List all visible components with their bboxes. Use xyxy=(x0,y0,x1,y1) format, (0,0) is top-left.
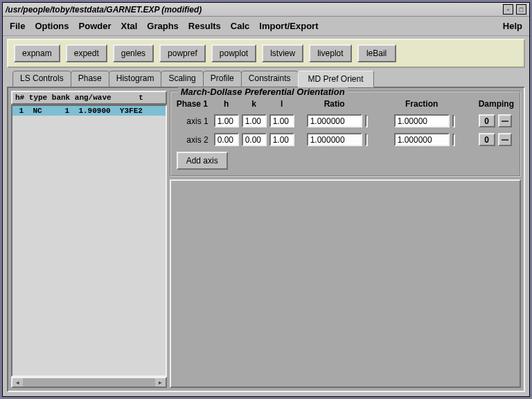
powpref-button[interactable]: powpref xyxy=(159,44,206,62)
axis1-h-input[interactable] xyxy=(214,114,239,127)
groupbox-title: March-Dollase Preferential Orientation xyxy=(178,87,348,97)
hdr-k: k xyxy=(242,99,267,109)
axis2-ratio-checkbox[interactable] xyxy=(365,134,368,146)
axis1-k-input[interactable] xyxy=(242,114,267,127)
tab-phase[interactable]: Phase xyxy=(71,71,109,87)
tab-profile[interactable]: Profile xyxy=(203,71,242,87)
tab-mdpreforient[interactable]: MD Pref Orient xyxy=(298,71,374,87)
axis1-damp-button[interactable] xyxy=(498,114,512,127)
table-row[interactable]: 1 NC 1 1.90900 Y3FE2 xyxy=(12,106,166,116)
axis2-damp-value: 0 xyxy=(479,133,495,146)
menu-results[interactable]: Results xyxy=(188,21,221,31)
genles-button[interactable]: genles xyxy=(113,44,154,62)
scroll-track[interactable] xyxy=(23,378,155,387)
menu-powder[interactable]: Powder xyxy=(79,21,112,31)
menu-xtal[interactable]: Xtal xyxy=(121,21,137,31)
axis1-ratio-input[interactable] xyxy=(307,114,362,127)
hdr-fraction: Fraction xyxy=(394,99,450,109)
tab-lscontrols[interactable]: LS Controls xyxy=(12,71,71,87)
axis2-ratio-input[interactable] xyxy=(307,133,362,146)
tab-scaling[interactable]: Scaling xyxy=(161,71,203,87)
axis-row-2: axis 2 0 xyxy=(177,133,514,146)
table-body[interactable]: 1 NC 1 1.90900 Y3FE2 xyxy=(11,105,167,377)
axis1-label: axis 1 xyxy=(177,116,211,126)
axis1-ratio-checkbox[interactable] xyxy=(365,115,368,127)
empty-panel xyxy=(170,179,521,388)
axis2-fraction-input[interactable] xyxy=(394,133,450,146)
axis1-damp-value: 0 xyxy=(479,114,495,127)
axis1-l-input[interactable] xyxy=(269,114,294,127)
menu-import[interactable]: Import/Export xyxy=(259,21,318,31)
right-panel: March-Dollase Preferential Orientation P… xyxy=(170,91,521,388)
hdr-ratio: Ratio xyxy=(307,99,362,109)
expedt-button[interactable]: expedt xyxy=(66,44,107,62)
hdr-h: h xyxy=(214,99,239,109)
toolbar: expnam expedt genles powpref powplot lst… xyxy=(7,39,525,68)
menu-graphs[interactable]: Graphs xyxy=(147,21,179,31)
menu-calc[interactable]: Calc xyxy=(231,21,249,31)
expnam-button[interactable]: expnam xyxy=(14,44,60,62)
window-title: /usr/people/toby/testdata/GARNET.EXP (mo… xyxy=(6,5,500,15)
hdr-l: l xyxy=(269,99,294,109)
tab-histogram[interactable]: Histogram xyxy=(109,71,162,87)
grid-header: Phase 1 h k l Ratio Fraction Damping xyxy=(177,99,514,109)
content-area: h# type bank ang/wave t 1 NC 1 1.90900 Y… xyxy=(7,87,525,392)
axis1-fraction-input[interactable] xyxy=(394,114,450,127)
menubar: File Options Powder Xtal Graphs Results … xyxy=(3,17,529,36)
powplot-button[interactable]: powplot xyxy=(211,44,256,62)
axis2-h-input[interactable] xyxy=(214,133,239,146)
horizontal-scrollbar[interactable]: ◂ ▸ xyxy=(11,377,167,388)
axis1-fraction-checkbox[interactable] xyxy=(452,115,455,127)
axis2-k-input[interactable] xyxy=(242,133,267,146)
axis2-l-input[interactable] xyxy=(269,133,294,146)
maximize-icon[interactable]: □ xyxy=(516,4,526,15)
menu-help[interactable]: Help xyxy=(503,21,522,31)
lstview-button[interactable]: lstview xyxy=(262,44,303,62)
hdr-damping: Damping xyxy=(479,99,514,109)
scroll-right-icon[interactable]: ▸ xyxy=(156,378,166,387)
minimize-icon[interactable]: ▫ xyxy=(503,4,513,15)
liveplot-button[interactable]: liveplot xyxy=(309,44,351,62)
tab-row: LS Controls Phase Histogram Scaling Prof… xyxy=(12,71,525,87)
axis-row-1: axis 1 0 xyxy=(177,114,514,127)
axis2-fraction-checkbox[interactable] xyxy=(452,134,455,146)
main-window: /usr/people/toby/testdata/GARNET.EXP (mo… xyxy=(2,2,530,397)
scroll-left-icon[interactable]: ◂ xyxy=(12,378,22,387)
titlebar[interactable]: /usr/people/toby/testdata/GARNET.EXP (mo… xyxy=(3,3,529,17)
menu-file[interactable]: File xyxy=(10,21,25,31)
lebail-button[interactable]: leBail xyxy=(357,44,396,62)
axis2-label: axis 2 xyxy=(177,135,211,145)
menu-options[interactable]: Options xyxy=(35,21,69,31)
hdr-phase: Phase 1 xyxy=(177,99,211,109)
histogram-panel: h# type bank ang/wave t 1 NC 1 1.90900 Y… xyxy=(11,91,167,388)
axis2-damp-button[interactable] xyxy=(498,133,512,146)
md-groupbox: March-Dollase Preferential Orientation P… xyxy=(170,91,521,177)
table-header: h# type bank ang/wave t xyxy=(11,91,167,105)
add-axis-button[interactable]: Add axis xyxy=(177,152,228,170)
tab-constraints[interactable]: Constraints xyxy=(241,71,299,87)
